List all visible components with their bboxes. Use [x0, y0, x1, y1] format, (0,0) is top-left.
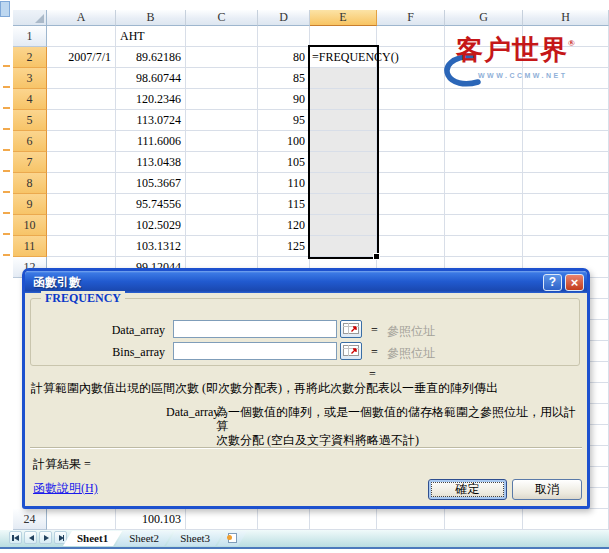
data-array-collapse-button[interactable]: [340, 320, 362, 338]
cell-D5[interactable]: 95: [258, 110, 310, 131]
cell-D6[interactable]: 100: [258, 131, 310, 152]
cell-A9[interactable]: [47, 194, 116, 215]
cell-D9[interactable]: 115: [258, 194, 310, 215]
cell-A6[interactable]: [47, 131, 116, 152]
cell-F6[interactable]: [377, 131, 445, 152]
cell-F24[interactable]: [377, 509, 445, 530]
cell-E11[interactable]: [310, 236, 377, 257]
cell-F11[interactable]: [377, 236, 445, 257]
cell-H6[interactable]: [523, 131, 609, 152]
cell-G11[interactable]: [445, 236, 523, 257]
fill-handle[interactable]: [373, 253, 380, 260]
row-header-9[interactable]: 9: [13, 194, 47, 215]
cell-B7[interactable]: 113.0438: [116, 152, 186, 173]
row-header-5[interactable]: 5: [13, 110, 47, 131]
cell-E8[interactable]: [310, 173, 377, 194]
cell-C1[interactable]: [186, 26, 258, 47]
cell-F7[interactable]: [377, 152, 445, 173]
cell-C4[interactable]: [186, 89, 258, 110]
sheet-tab-sheet2[interactable]: Sheet2: [115, 531, 173, 546]
cell-G24[interactable]: [445, 509, 523, 530]
cell-F4[interactable]: [377, 89, 445, 110]
cell-B2[interactable]: 89.62186: [116, 47, 186, 68]
column-header-F[interactable]: F: [377, 10, 445, 26]
last-sheet-button[interactable]: [54, 531, 67, 544]
cell-C2[interactable]: [186, 47, 258, 68]
previous-sheet-button[interactable]: [24, 531, 37, 544]
cell-H9[interactable]: [523, 194, 609, 215]
cell-D11[interactable]: 125: [258, 236, 310, 257]
cell-F1[interactable]: [377, 26, 445, 47]
dialog-titlebar[interactable]: 函數引數 ? ×: [25, 271, 587, 293]
cell-F3[interactable]: [377, 68, 445, 89]
cell-C8[interactable]: [186, 173, 258, 194]
cell-C11[interactable]: [186, 236, 258, 257]
cell-D10[interactable]: 120: [258, 215, 310, 236]
cell-B5[interactable]: 113.0724: [116, 110, 186, 131]
cell-B11[interactable]: 103.1312: [116, 236, 186, 257]
cell-A1[interactable]: [47, 26, 116, 47]
row-header-4[interactable]: 4: [13, 89, 47, 110]
cell-C3[interactable]: [186, 68, 258, 89]
cell-A4[interactable]: [47, 89, 116, 110]
cell-H11[interactable]: [523, 236, 609, 257]
cell-H7[interactable]: [523, 152, 609, 173]
column-header-G[interactable]: G: [445, 10, 523, 26]
cell-B6[interactable]: 111.6006: [116, 131, 186, 152]
cell-D2[interactable]: 80: [258, 47, 310, 68]
cell-F9[interactable]: [377, 194, 445, 215]
column-header-C[interactable]: C: [186, 10, 258, 26]
cell-B10[interactable]: 102.5029: [116, 215, 186, 236]
row-header-7[interactable]: 7: [13, 152, 47, 173]
cell-C24[interactable]: [186, 509, 258, 530]
cell-H8[interactable]: [523, 173, 609, 194]
row-header-24[interactable]: 24: [13, 509, 47, 530]
cell-E10[interactable]: [310, 215, 377, 236]
cell-C9[interactable]: [186, 194, 258, 215]
cell-B1[interactable]: AHT: [116, 26, 186, 47]
cell-D7[interactable]: 105: [258, 152, 310, 173]
select-all-corner[interactable]: [13, 10, 47, 26]
row-header-6[interactable]: 6: [13, 131, 47, 152]
function-help-link[interactable]: 函數說明(H): [33, 480, 98, 497]
cell-C5[interactable]: [186, 110, 258, 131]
cell-B4[interactable]: 120.2346: [116, 89, 186, 110]
cell-H4[interactable]: [523, 89, 609, 110]
cell-G8[interactable]: [445, 173, 523, 194]
cell-A7[interactable]: [47, 152, 116, 173]
cell-E7[interactable]: [310, 152, 377, 173]
cell-B24[interactable]: 100.103: [116, 509, 186, 530]
row-header-11[interactable]: 11: [13, 236, 47, 257]
first-sheet-button[interactable]: [9, 531, 22, 544]
cell-F10[interactable]: [377, 215, 445, 236]
cell-E4[interactable]: [310, 89, 377, 110]
bins-array-collapse-button[interactable]: [340, 342, 362, 360]
cell-A10[interactable]: [47, 215, 116, 236]
cell-D4[interactable]: 90: [258, 89, 310, 110]
column-header-H[interactable]: H: [523, 10, 609, 26]
cell-E2[interactable]: =FREQUENCY(): [310, 47, 377, 68]
cell-G7[interactable]: [445, 152, 523, 173]
column-header-E[interactable]: E: [310, 10, 377, 26]
cell-E3[interactable]: [310, 68, 377, 89]
cell-B8[interactable]: 105.3667: [116, 173, 186, 194]
cell-A5[interactable]: [47, 110, 116, 131]
cell-G4[interactable]: [445, 89, 523, 110]
cell-G6[interactable]: [445, 131, 523, 152]
row-header-2[interactable]: 2: [13, 47, 47, 68]
cell-E1[interactable]: [310, 26, 377, 47]
cell-E24[interactable]: [310, 509, 377, 530]
bins-array-input[interactable]: [173, 342, 337, 360]
row-header-10[interactable]: 10: [13, 215, 47, 236]
cell-H24[interactable]: [523, 509, 609, 530]
cell-F8[interactable]: [377, 173, 445, 194]
cell-D3[interactable]: 85: [258, 68, 310, 89]
data-array-input[interactable]: [173, 320, 337, 338]
cell-C7[interactable]: [186, 152, 258, 173]
cell-D1[interactable]: [258, 26, 310, 47]
cell-E6[interactable]: [310, 131, 377, 152]
row-header-8[interactable]: 8: [13, 173, 47, 194]
cell-A3[interactable]: [47, 68, 116, 89]
cell-G5[interactable]: [445, 110, 523, 131]
cell-G9[interactable]: [445, 194, 523, 215]
